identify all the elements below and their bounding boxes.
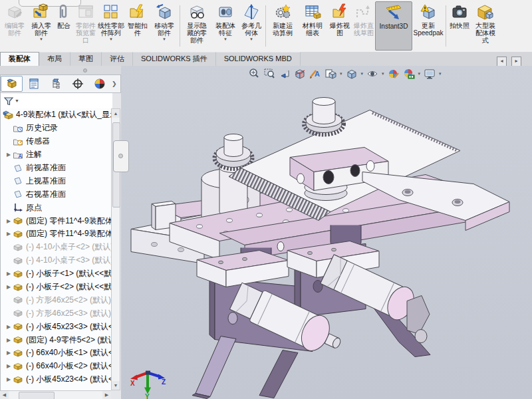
tree-item-part[interactable]: ▶(-) 小板子<2> (默认<<默认 [1,281,112,294]
large-assembly-mode-button[interactable]: 大型装 配体模 式 [471,0,499,52]
expand-arrow-icon[interactable]: ▶ [5,271,13,277]
take-snapshot-label: 拍快照 [450,22,469,29]
tree-item-part[interactable]: ▶(-) 小板45x23<4> (默认<< [1,373,112,386]
tree-item-origin[interactable]: 原点 [1,201,112,214]
expand-arrow-icon[interactable]: ▶ [5,376,13,382]
expand-arrow-icon[interactable]: ▶ [5,152,13,158]
show-hidden-components-button[interactable]: 显示隐 藏的零 部件 [182,0,212,52]
zoom-to-fit-icon[interactable] [247,67,261,80]
reference-geometry-button[interactable]: 参考几 何体 ▼ [239,0,264,52]
panel-splitter-handle[interactable] [113,140,129,172]
tree-item-assembly-root[interactable]: 4-9装配体1 (默认<默认_显示状 [1,108,112,122]
tree-item-part[interactable]: ▶(固定) 零件11^4-9装配体1< [1,227,112,241]
edit-appearance-icon[interactable] [387,67,400,80]
previous-view-icon[interactable] [278,67,291,80]
graphics-area[interactable]: X Z Y [121,66,532,399]
smart-fasteners-button[interactable]: 智能扣 件 [125,0,150,52]
expand-arrow-icon[interactable]: ▶ [5,337,13,343]
origin-icon [13,202,23,213]
view-orientation-icon[interactable] [324,67,337,80]
expand-arrow-icon[interactable]: ▶ [5,231,13,237]
tree-item-part-suppressed[interactable]: (-) 4-10小桌子<2> (默认) [1,241,112,254]
instant3d-icon [385,4,402,21]
linear-pattern-dropdown-icon[interactable]: ▼ [109,37,113,41]
apply-scene-icon[interactable] [402,67,416,80]
bill-of-materials-button[interactable]: 材料明 细表 [298,0,327,52]
tab-layout[interactable]: 布局 [39,52,70,66]
expand-arrow-icon[interactable]: ▶ [5,218,13,224]
tab-scroll-right-button[interactable]: ▸ [511,57,521,66]
horizontal-scrollbar-thumb[interactable] [19,392,55,399]
panel-resize-dot[interactable] [83,68,87,72]
tree-item-annotations[interactable]: ▶A注解 [1,148,112,162]
insert-component-dropdown-icon[interactable]: ▼ [39,37,43,41]
tab-assembly[interactable]: 装配体 [0,52,39,66]
tree-item-part[interactable]: ▶(-) 66x40小板<1> (默认<< [1,346,112,360]
tree-item-part[interactable]: ▶(-) 小板45x23<3> (默认<< [1,320,112,333]
expand-arrow-icon[interactable]: ▶ [5,350,13,356]
tree-item-part[interactable]: ▶(固定) 零件11^4-9装配体1< [1,214,112,227]
hide-show-items-icon[interactable] [366,67,379,80]
tab-dimxpert-manager[interactable] [66,76,88,92]
tree-item-top-plane[interactable]: 上视基准面 [1,174,112,188]
expand-arrow-icon[interactable]: ▶ [5,363,13,369]
exploded-view-button[interactable]: 爆炸视 图 [327,0,352,52]
update-speedpak-button[interactable]: 更新 Speedpak [412,0,444,52]
tree-item-part-suppressed[interactable]: (-) 4-10小桌子<3> (默认) [1,254,112,267]
tab-evaluate[interactable]: 评估 [102,52,133,66]
scroll-up-icon[interactable]: ▲ [112,109,120,118]
new-motion-study-button[interactable]: 新建运 动算例 [267,0,298,52]
tree-item-front-plane[interactable]: 前视基准面 [1,162,112,175]
tree-item-history[interactable]: 历史记录 [1,122,112,135]
linear-pattern-button[interactable]: 线性零部 件阵列 ▼ [97,0,125,52]
take-snapshot-button[interactable]: 拍快照 [448,0,471,52]
instant3d-button[interactable]: Instant3D [375,1,412,51]
tree-item-part[interactable]: ▶(固定) 4-9零件5<2> (默认< [1,333,112,346]
apply-scene-dropdown-icon[interactable]: ▾ [418,71,421,76]
display-style-icon[interactable] [345,67,358,80]
display-style-dropdown-icon[interactable]: ▾ [361,71,364,76]
component-preview-icon [77,3,94,21]
tab-propertymanager[interactable] [23,76,45,92]
tab-scroll-left-button[interactable]: ◂ [497,57,507,66]
scroll-right-icon[interactable]: ▶ [102,391,111,399]
filter-dropdown-icon[interactable]: ▼ [15,98,19,103]
hide-show-items-dropdown-icon[interactable]: ▾ [382,71,384,76]
insert-component-icon [33,3,50,21]
reference-geometry-dropdown-icon[interactable]: ▼ [249,37,253,41]
section-view-icon[interactable] [293,67,307,80]
filter-funnel-icon[interactable] [3,96,14,106]
tab-configuration-manager[interactable] [45,76,66,92]
tab-sketch[interactable]: 草图 [70,52,102,66]
annotation-view-icon[interactable]: A [309,67,322,80]
tab-solidworks-addins[interactable]: SOLIDWORKS 插件 [133,52,216,66]
mate-button[interactable]: 配合 [53,0,74,52]
tree-item-right-plane[interactable]: 右视基准面 [1,188,112,201]
tree-item-part-suppressed[interactable]: (-) 方形46x25<3> (默认) [1,307,112,320]
tab-solidworks-mbd[interactable]: SOLIDWORKS MBD [216,52,301,66]
assembly-features-dropdown-icon[interactable]: ▼ [223,37,227,41]
show-hidden-components-icon [188,3,205,21]
view-settings-icon[interactable] [423,67,436,80]
tree-item-part[interactable]: ▶(-) 66x40小板<2> (默认<< [1,360,112,373]
tab-featuremanager-tree[interactable] [1,76,23,92]
tree-item-part-suppressed[interactable]: (-) 方形46x25<2> (默认) [1,293,112,307]
part-suppressed-icon [13,255,23,266]
scroll-down-icon[interactable]: ▼ [112,381,120,390]
tree-item-sensors[interactable]: 传感器 [1,135,112,148]
panel-tabs-overflow-icon[interactable]: ❯ [112,80,117,87]
move-component-dropdown-icon[interactable]: ▼ [162,37,166,41]
zoom-to-area-icon[interactable] [263,67,276,80]
insert-component-button[interactable]: 插入零 部件 ▼ [29,0,53,52]
tree-item-part[interactable]: ▶(-) 小板子<1> (默认<<默认 [1,267,112,281]
model-3d-view: X Z Y [121,66,532,399]
tree-horizontal-scrollbar[interactable]: ◀ ▶ [0,390,111,399]
expand-arrow-icon[interactable]: ▶ [5,324,13,330]
move-component-button[interactable]: 移动零 部件 ▼ [150,0,178,52]
assembly-features-button[interactable]: 装配体 特征 ▼ [212,0,239,52]
expand-arrow-icon[interactable]: ▶ [5,284,13,290]
view-settings-dropdown-icon[interactable]: ▾ [439,71,442,76]
tab-display-manager[interactable] [88,76,110,92]
view-orientation-dropdown-icon[interactable]: ▾ [340,71,342,76]
scroll-left-icon[interactable]: ◀ [0,391,9,399]
